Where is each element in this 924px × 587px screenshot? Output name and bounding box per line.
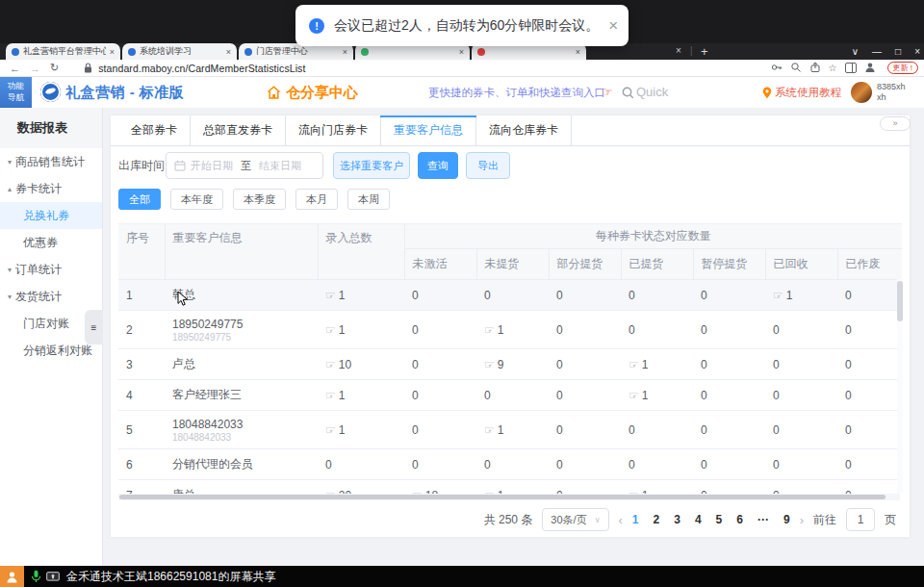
content-tab[interactable]: 重要客户信息 — [381, 115, 476, 145]
sidebar-item[interactable]: ▾ 发货统计 — [0, 283, 102, 310]
back-icon[interactable]: ← — [10, 63, 20, 74]
quick-filter-button[interactable]: 本季度 — [233, 189, 286, 210]
content-tab[interactable]: 流向仓库券卡 — [476, 115, 572, 145]
key-icon[interactable] — [771, 60, 783, 77]
cell-customer[interactable]: 分销代理的会员 — [165, 449, 318, 480]
click-hand-icon[interactable]: ☞ — [484, 323, 495, 337]
browser-tab[interactable]: 系统培训学习 × — [122, 43, 237, 60]
cell-customer[interactable]: 18048842033 18048842033 — [165, 411, 318, 449]
page-number[interactable]: ··· — [757, 513, 769, 526]
side-panel-icon[interactable] — [845, 60, 857, 77]
cell-total: ☞1 — [318, 411, 404, 449]
reload-icon[interactable]: ↻ — [50, 62, 59, 74]
presenter-icon[interactable] — [0, 566, 24, 587]
date-range-input[interactable]: 开始日期 至 结束日期 — [166, 152, 323, 179]
page-size-select[interactable]: 30条/页 ∨ — [542, 508, 608, 531]
start-date-placeholder[interactable]: 开始日期 — [191, 159, 233, 173]
page-number[interactable]: 6 — [736, 513, 743, 526]
screen-share-text: 金禾通技术王斌18662591081的屏幕共享 — [66, 569, 275, 585]
goto-page-input[interactable] — [846, 508, 875, 531]
click-hand-icon[interactable]: ☞ — [325, 289, 336, 302]
minimize-button[interactable]: — — [872, 43, 882, 60]
click-hand-icon[interactable]: ☞ — [484, 423, 495, 437]
tab-close-icon[interactable]: × — [676, 45, 681, 56]
sidebar-item[interactable]: ▾ 订单统计 — [0, 256, 102, 283]
system-tutorial-link[interactable]: 系统使用教程 — [775, 77, 841, 108]
tab-close-icon[interactable]: × — [576, 47, 580, 57]
query-button[interactable]: 查询 — [418, 152, 458, 179]
cell-customer[interactable]: 卢总 — [165, 349, 318, 380]
quick-filter-button[interactable]: 全部 — [118, 189, 161, 210]
vertical-scrollbar-thumb[interactable] — [897, 281, 903, 321]
end-date-placeholder[interactable]: 结束日期 — [259, 159, 301, 173]
tab-title: 礼盒营销平台管理中心 — [23, 45, 106, 58]
page-number[interactable]: 4 — [695, 513, 702, 526]
click-hand-icon[interactable]: ☞ — [629, 358, 639, 371]
page-number[interactable]: 2 — [654, 513, 660, 526]
horizontal-scrollbar-thumb[interactable] — [119, 495, 886, 499]
profile-icon[interactable] — [864, 60, 876, 77]
microphone-icon[interactable] — [31, 570, 41, 583]
tab-close-icon[interactable]: × — [110, 47, 115, 57]
mouse-cursor — [177, 291, 189, 311]
tab-close-icon[interactable]: × — [459, 47, 464, 57]
bookmark-star-icon[interactable]: ☆ — [829, 63, 837, 73]
tab-title: 系统培训学习 — [140, 45, 222, 58]
function-nav-toggle[interactable]: 功能 导航 — [0, 77, 32, 108]
quick-filter-label: 本季度 — [244, 193, 275, 205]
forward-icon[interactable]: → — [30, 63, 40, 74]
page-number[interactable]: 9 — [783, 513, 790, 526]
quick-search-icon[interactable] — [622, 86, 634, 103]
click-hand-icon[interactable]: ☞ — [325, 389, 336, 402]
sidebar-item[interactable]: 优惠券 — [0, 229, 102, 256]
export-button[interactable]: 导出 — [466, 152, 510, 179]
tab-close-icon[interactable]: × — [226, 47, 231, 57]
quick-filter-button[interactable]: 本年度 — [170, 189, 223, 210]
sidebar-item[interactable]: ▾ 商品销售统计 — [0, 148, 102, 175]
content-tab[interactable]: 总部直发券卡 — [191, 115, 286, 145]
page-number[interactable]: 3 — [674, 513, 680, 526]
cell-customer[interactable]: 唐总 — [165, 480, 318, 495]
sidebar-item[interactable]: ▴ 券卡统计 — [0, 175, 102, 202]
zoom-icon[interactable] — [790, 60, 802, 77]
content-tab[interactable]: 全部券卡 — [118, 115, 191, 145]
click-hand-icon[interactable]: ☞ — [773, 289, 783, 302]
quick-filter-label: 本月 — [306, 193, 327, 205]
cell-status: ☞1 — [476, 411, 549, 449]
click-hand-icon[interactable]: ☞ — [325, 423, 336, 437]
new-tab-button[interactable]: + — [701, 43, 708, 60]
cell-status: ☞0 — [765, 480, 837, 495]
share-icon[interactable] — [809, 60, 821, 77]
click-hand-icon[interactable]: ☞ — [325, 358, 336, 371]
chrome-update-button[interactable]: 更新 ! — [887, 62, 918, 74]
panel-collapse-button[interactable]: » — [880, 116, 911, 131]
user-avatar[interactable] — [851, 82, 872, 103]
url-text[interactable]: standard.maboy.cn/CardMemberStatisticsLi… — [98, 63, 305, 74]
quick-label[interactable]: Quick — [636, 77, 668, 108]
sidebar-collapse-handle[interactable]: ≡ — [85, 310, 103, 345]
select-customer-button[interactable]: 选择重要客户 — [333, 152, 410, 179]
page-number[interactable]: 5 — [716, 513, 723, 526]
cell-customer[interactable]: 客户经理张三 — [165, 380, 318, 411]
cell-customer[interactable]: 18950249775 18950249775 — [165, 311, 318, 349]
page-number[interactable]: 1 — [632, 513, 639, 526]
tab-close-icon[interactable]: × — [343, 47, 347, 57]
browser-tab[interactable]: 礼盒营销平台管理中心 × — [6, 43, 120, 60]
click-hand-icon[interactable]: ☞ — [629, 389, 639, 402]
warehouse-share-center-link[interactable]: 仓分享中心 — [267, 77, 358, 108]
prev-page-button[interactable]: ‹ — [619, 513, 623, 527]
click-hand-icon[interactable]: ☞ — [484, 358, 495, 371]
content-tab[interactable]: 流向门店券卡 — [286, 115, 381, 145]
table-body: 1 韩总 ☞1 ☞0 ☞0 ☞0 ☞0 ☞0 ☞1 ☞0 — [118, 280, 902, 495]
lock-icon — [84, 63, 92, 73]
quick-filter-button[interactable]: 本周 — [347, 189, 390, 210]
browser-menu-icon[interactable]: ∨ — [852, 43, 859, 60]
maximize-button[interactable]: □ — [895, 43, 901, 60]
quick-entry-text[interactable]: 更快捷的券卡、订单和快递查询入口 — [428, 77, 605, 108]
click-hand-icon[interactable]: ☞ — [325, 323, 336, 337]
next-page-button[interactable]: › — [800, 513, 804, 527]
sidebar-item[interactable]: 兑换礼券 — [0, 202, 102, 229]
close-button[interactable]: × — [914, 43, 920, 60]
toast-close-icon[interactable]: × — [608, 17, 618, 34]
quick-filter-button[interactable]: 本月 — [295, 189, 338, 210]
